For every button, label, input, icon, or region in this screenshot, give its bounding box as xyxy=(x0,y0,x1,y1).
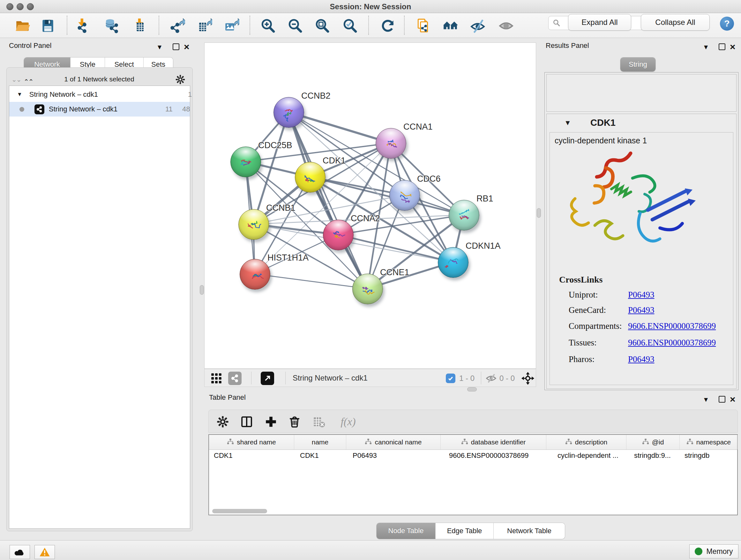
selected-nodes-checkbox[interactable] xyxy=(446,374,455,383)
delete-table-button[interactable] xyxy=(311,414,327,430)
network-node-CCNA2[interactable] xyxy=(323,220,354,250)
hierarchy-icon xyxy=(565,438,572,446)
window-title: Session: New Session xyxy=(0,2,741,11)
delete-column-button[interactable] xyxy=(286,414,302,430)
tab-string[interactable]: String xyxy=(620,57,656,71)
network-node-CCNB2[interactable] xyxy=(273,97,304,128)
tab-node-table[interactable]: Node Table xyxy=(377,523,435,539)
expand-all-button[interactable]: Expand All xyxy=(568,14,631,30)
crosslink-link[interactable]: P06493 xyxy=(628,290,655,300)
results-panel-menu-icon[interactable]: ▾ xyxy=(704,43,708,51)
column-header-name[interactable]: name xyxy=(294,435,346,449)
import-network-button[interactable] xyxy=(75,17,92,34)
table-settings-button[interactable] xyxy=(215,414,231,430)
string-view-icon[interactable] xyxy=(228,372,242,385)
export-table-button[interactable] xyxy=(196,17,212,34)
network-edge[interactable] xyxy=(255,274,367,289)
network-node-CCNA1[interactable] xyxy=(376,128,406,159)
table-cell[interactable]: stringdb xyxy=(684,451,710,460)
tree-network-row-selected[interactable]: String Network – cdk1 11 48 xyxy=(9,102,190,117)
horizontal-scrollbar-thumb[interactable] xyxy=(212,509,267,513)
plus-icon xyxy=(264,415,278,428)
network-node-HIST1H1A[interactable] xyxy=(240,259,270,290)
entry-expander-icon[interactable]: ▼ xyxy=(564,119,571,127)
zoom-selected-button[interactable] xyxy=(342,17,358,34)
toggle-panes-button[interactable] xyxy=(239,414,255,430)
import-database-button[interactable] xyxy=(104,17,121,34)
crosslink-link[interactable]: 9606.ENSP00000378699 xyxy=(628,338,716,348)
save-session-button[interactable] xyxy=(40,17,56,34)
pan-crosshair-icon[interactable] xyxy=(521,372,535,386)
network-node-CDC6[interactable] xyxy=(389,180,420,211)
clone-network-button[interactable] xyxy=(415,17,432,34)
crosslink-link[interactable]: 9606.ENSP00000378699 xyxy=(628,321,716,331)
table-panel-menu-icon[interactable]: ▾ xyxy=(704,395,708,403)
results-panel-float-icon[interactable] xyxy=(719,44,725,50)
network-node-CDC25B[interactable] xyxy=(230,146,261,177)
table-cell[interactable]: 9606.ENSP00000378699 xyxy=(449,451,529,460)
export-network-icon xyxy=(169,18,185,34)
hidden-eye-icon[interactable] xyxy=(485,373,497,385)
hide-unhide-button[interactable] xyxy=(469,17,486,34)
node-label-CCNA2: CCNA2 xyxy=(351,213,380,224)
control-panel-close-icon[interactable]: × xyxy=(184,44,190,51)
warning-button[interactable] xyxy=(35,545,55,559)
zoom-in-button[interactable] xyxy=(260,17,276,34)
function-builder-button[interactable]: f(x) xyxy=(335,414,361,430)
network-edge[interactable] xyxy=(288,112,391,143)
export-image-button[interactable] xyxy=(223,17,240,34)
tab-edge-table[interactable]: Edge Table xyxy=(435,523,494,539)
table-cell[interactable]: CDK1 xyxy=(214,451,232,460)
control-panel-float-icon[interactable] xyxy=(173,44,179,50)
right-splitter-handle[interactable] xyxy=(537,208,541,218)
table-cell[interactable]: stringdb:9... xyxy=(634,451,671,460)
network-node-CDKN1A[interactable] xyxy=(438,247,468,278)
column-header-databaseidentifier[interactable]: database identifier xyxy=(441,435,546,449)
add-column-button[interactable] xyxy=(263,414,279,430)
network-view-toolbar: String Network – cdk1 1 - 0 0 - 0 xyxy=(204,369,536,387)
memory-button[interactable]: Memory xyxy=(689,544,738,558)
crosslink-link[interactable]: P06493 xyxy=(628,305,655,315)
network-options-gear-icon[interactable] xyxy=(175,74,186,86)
network-node-CCNE1[interactable] xyxy=(352,273,383,304)
network-node-CCNB1[interactable] xyxy=(239,209,269,240)
column-header-namespace[interactable]: namespace xyxy=(680,435,738,449)
network-node-CDK1[interactable] xyxy=(295,162,326,192)
network-node-RB1[interactable] xyxy=(449,200,479,231)
protein-thumbnail-icon xyxy=(394,186,415,206)
table-cell[interactable]: P06493 xyxy=(353,451,377,460)
column-header-description[interactable]: description xyxy=(546,435,626,449)
left-splitter-handle[interactable] xyxy=(200,285,204,295)
refresh-button[interactable] xyxy=(380,17,396,34)
tree-root-row[interactable]: ▼ String Network – cdk1 1 xyxy=(9,87,190,102)
cloud-button[interactable] xyxy=(10,545,30,559)
open-session-button[interactable] xyxy=(14,17,30,34)
import-table-button[interactable] xyxy=(132,17,149,34)
memory-status-dot xyxy=(695,548,702,555)
export-network-button[interactable] xyxy=(169,17,185,34)
network-canvas[interactable]: CCNB2CCNA1CDC25BCDK1CDC6RB1CCNB1CCNA2CDK… xyxy=(204,43,536,369)
column-header-sharedname[interactable]: shared name xyxy=(209,435,294,449)
column-header-canonicalname[interactable]: canonical name xyxy=(346,435,441,449)
tree-expander-icon[interactable]: ▼ xyxy=(17,91,22,98)
protein-thumbnail-icon xyxy=(328,225,349,246)
table-cell[interactable]: cyclin-dependent ... xyxy=(557,451,618,460)
zoom-out-button[interactable] xyxy=(287,17,304,34)
table-panel-close-icon[interactable]: × xyxy=(730,396,736,403)
table-cell[interactable]: CDK1 xyxy=(300,451,319,460)
zoom-fit-button[interactable] xyxy=(314,17,331,34)
bottom-splitter-handle[interactable] xyxy=(467,387,477,391)
help-button[interactable]: ? xyxy=(720,17,734,30)
tab-network-table[interactable]: Network Table xyxy=(494,523,565,539)
string-home-button[interactable] xyxy=(442,17,459,34)
control-panel-menu-icon[interactable]: ▾ xyxy=(158,43,161,51)
column-header-id[interactable]: @id xyxy=(626,435,680,449)
results-panel-close-icon[interactable]: × xyxy=(730,44,736,51)
open-in-window-icon[interactable] xyxy=(261,372,274,385)
table-panel-float-icon[interactable] xyxy=(719,396,725,402)
grid-view-icon[interactable] xyxy=(210,372,222,386)
collapse-all-button[interactable]: Collapse All xyxy=(641,14,710,30)
node-label-HIST1H1A: HIST1H1A xyxy=(267,253,309,263)
crosslink-link[interactable]: P06493 xyxy=(628,354,655,364)
show-preview-button[interactable] xyxy=(498,17,515,34)
